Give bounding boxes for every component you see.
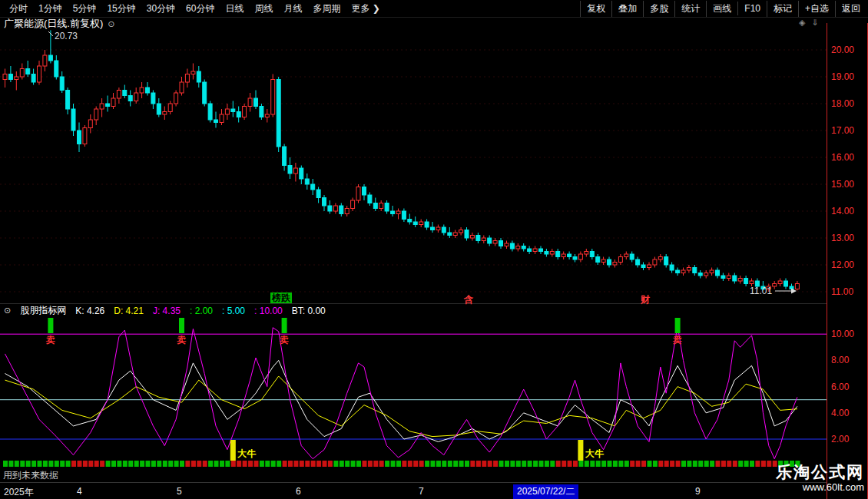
toolbar-button[interactable]: 叠加	[611, 1, 643, 17]
indicator-j-value: J: 4.35	[153, 306, 181, 316]
period-button[interactable]: 分时	[4, 1, 33, 17]
period-button[interactable]: 周线	[249, 1, 278, 17]
toolbar-button[interactable]: F10	[737, 2, 767, 15]
price-axis-label: 13.00	[831, 233, 854, 243]
period-button[interactable]: 5分钟	[68, 1, 102, 17]
toolbar-button[interactable]: +自选	[798, 1, 835, 17]
oscillator-panel[interactable]: 卖卖卖卖大牛大牛	[0, 317, 827, 471]
oscillator-axis-label: 4.00	[831, 408, 849, 418]
timeline-month-label: 7	[419, 486, 424, 497]
future-data-note: 用到未来数据	[3, 469, 58, 482]
oscillator-axis-label: 6.00	[831, 382, 849, 392]
svg-text:大牛: 大牛	[237, 448, 257, 459]
indicator-name: 股朋指标网	[20, 304, 66, 317]
price-axis-label: 14.00	[831, 206, 854, 216]
svg-text:20.73: 20.73	[55, 31, 78, 41]
price-axis-label: 20.00	[831, 45, 854, 55]
crosshair-date-box: 2025/07/22/二	[513, 484, 578, 499]
price-axis-label: 17.00	[831, 125, 854, 136]
indicator-ref3-value: : 10.00	[254, 306, 283, 316]
svg-text:大牛: 大牛	[585, 448, 605, 459]
indicator-ref1-value: : 2.00	[190, 306, 213, 316]
timeline[interactable]: 2025年 2025/07/22/二 45679	[0, 482, 827, 499]
timeline-month-label: 9	[695, 486, 701, 497]
period-button[interactable]: 多周期	[307, 1, 346, 17]
toolbar-button[interactable]: 复权	[580, 1, 611, 17]
indicator-ref2-value: : 5.00	[222, 306, 245, 316]
period-button[interactable]: 更多 ❯	[346, 1, 385, 17]
topbar-left: 分时1分钟5分钟15分钟30分钟60分钟日线周线月线多周期更多 ❯	[0, 1, 386, 17]
timeline-month-label: 4	[77, 486, 82, 497]
watermark: 乐淘公式网 www.60lt.com	[776, 463, 864, 493]
svg-text:卖: 卖	[672, 335, 682, 345]
price-axis-label: 11.00	[831, 286, 853, 297]
toolbar-button[interactable]: 返回	[835, 1, 866, 17]
toolbar-button[interactable]: 标记	[767, 1, 798, 17]
period-button[interactable]: 日线	[220, 1, 249, 17]
oscillator-axis-label: 2.00	[831, 434, 849, 444]
toolbar-button[interactable]: 统计	[674, 1, 706, 17]
price-axis: 20.0019.0018.0017.0016.0015.0014.0013.00…	[827, 23, 868, 499]
toolbar-button[interactable]: 多股	[643, 1, 674, 17]
indicator-collapse-icon[interactable]: ⊙	[4, 306, 11, 316]
price-axis-label: 12.00	[831, 259, 854, 270]
toolbar-button[interactable]: 画线	[706, 1, 737, 17]
price-axis-label: 15.00	[831, 179, 854, 190]
indicator-header: ⊙ 股朋指标网 K: 4.26 D: 4.21 J: 4.35 : 2.00 :…	[0, 304, 830, 317]
period-button[interactable]: 60分钟	[181, 1, 220, 17]
oscillator-axis-label: 8.00	[831, 355, 849, 365]
timeline-year: 2025年	[4, 486, 34, 499]
period-button[interactable]: 30分钟	[141, 1, 181, 17]
price-axis-label: 18.00	[831, 98, 854, 109]
svg-text:卖: 卖	[177, 335, 187, 345]
watermark-url: www.60lt.com	[776, 481, 864, 493]
watermark-site-name: 乐淘公式网	[776, 463, 864, 481]
price-axis-label: 19.00	[831, 71, 854, 82]
oscillator-axis-label: 10.00	[831, 329, 854, 339]
indicator-bt-value: BT: 0.00	[292, 306, 326, 316]
indicator-k-value: K: 4.26	[75, 306, 104, 316]
period-button[interactable]: 1分钟	[33, 1, 68, 17]
timeline-month-label: 6	[296, 486, 301, 497]
period-button[interactable]: 月线	[278, 1, 307, 17]
period-button[interactable]: 15分钟	[101, 1, 141, 17]
main-candlestick-chart[interactable]: 20.7311.01	[0, 23, 827, 304]
top-toolbar: 分时1分钟5分钟15分钟30分钟60分钟日线周线月线多周期更多 ❯ 复权叠加多股…	[0, 0, 868, 18]
svg-text:卖: 卖	[279, 335, 289, 345]
price-axis-label: 16.00	[831, 152, 854, 163]
svg-text:11.01: 11.01	[750, 286, 772, 296]
timeline-month-label: 5	[177, 486, 182, 497]
indicator-d-value: D: 4.21	[114, 306, 144, 316]
svg-text:卖: 卖	[45, 335, 55, 345]
topbar-right: 复权叠加多股统计画线F10标记+自选返回	[580, 1, 868, 17]
